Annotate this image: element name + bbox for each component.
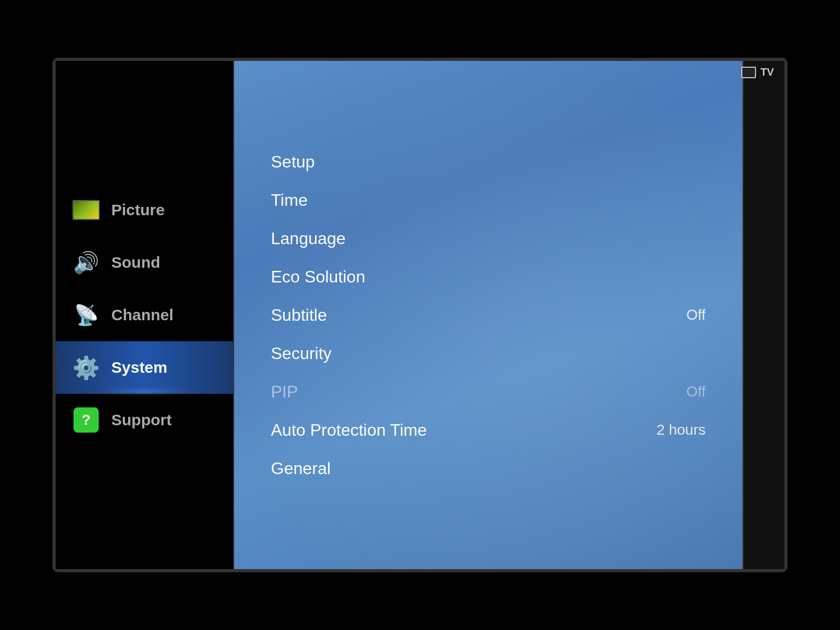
sidebar-label-channel: Channel bbox=[111, 306, 173, 324]
tv-label: TV bbox=[760, 66, 774, 78]
system-icon: ⚙️ bbox=[71, 353, 101, 382]
sidebar-item-picture[interactable]: Picture bbox=[56, 184, 233, 236]
sidebar-label-system: System bbox=[111, 359, 167, 376]
submenu-item-auto-protection-time[interactable]: Auto Protection Time 2 hours bbox=[266, 411, 711, 449]
third-panel bbox=[742, 61, 784, 569]
submenu-item-time[interactable]: Time bbox=[266, 181, 711, 219]
tv-frame: TV Picture 🔊 Sound 📡 bbox=[52, 58, 788, 572]
submenu-panel: Setup Time Language Eco Solution Subtitl… bbox=[234, 61, 742, 569]
tv-screen-icon bbox=[741, 67, 756, 78]
sidebar: Picture 🔊 Sound 📡 Channel ⚙️ bbox=[56, 61, 234, 569]
submenu-item-security[interactable]: Security bbox=[266, 334, 711, 373]
submenu-item-language[interactable]: Language bbox=[266, 219, 711, 258]
picture-icon bbox=[71, 195, 101, 225]
sidebar-label-support: Support bbox=[111, 411, 172, 429]
submenu-item-general[interactable]: General bbox=[266, 449, 711, 488]
submenu-item-setup[interactable]: Setup bbox=[266, 143, 711, 181]
sidebar-label-sound: Sound bbox=[111, 254, 160, 271]
channel-icon: 📡 bbox=[71, 300, 101, 330]
submenu-item-pip[interactable]: PIP Off bbox=[266, 373, 711, 411]
sidebar-item-system[interactable]: ⚙️ System bbox=[56, 341, 233, 394]
sidebar-label-picture: Picture bbox=[111, 201, 165, 219]
sidebar-item-sound[interactable]: 🔊 Sound bbox=[56, 236, 233, 289]
tv-top-bar: TV bbox=[741, 66, 774, 78]
submenu-item-subtitle[interactable]: Subtitle Off bbox=[266, 296, 711, 334]
sidebar-item-channel[interactable]: 📡 Channel bbox=[56, 289, 233, 341]
menu-container: Picture 🔊 Sound 📡 Channel ⚙️ bbox=[56, 61, 784, 569]
support-icon: ? bbox=[71, 405, 101, 435]
submenu-item-eco-solution[interactable]: Eco Solution bbox=[266, 258, 711, 296]
sound-icon: 🔊 bbox=[71, 248, 101, 277]
sidebar-item-support[interactable]: ? Support bbox=[56, 394, 233, 446]
